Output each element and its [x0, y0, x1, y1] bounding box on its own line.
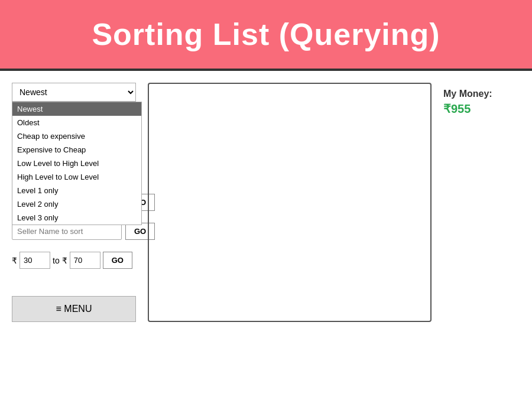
dropdown-option-expensive_to_cheap[interactable]: Expensive to Cheap	[12, 143, 141, 157]
sort-dropdown-open[interactable]: NewestOldestCheap to expensiveExpensive …	[12, 102, 142, 225]
sort-select[interactable]: NewestOldestCheap to expensiveExpensive …	[12, 83, 136, 102]
dropdown-option-low_to_high[interactable]: Low Level to High Level	[12, 157, 141, 170]
dropdown-option-level3[interactable]: Level 3 only	[12, 211, 141, 225]
page-title: Sorting List (Querying)	[12, 17, 520, 52]
price-to-text: to	[53, 256, 60, 265]
price-to-input[interactable]	[70, 252, 100, 269]
menu-button[interactable]: ≡ MENU	[12, 296, 136, 322]
price-range-filter-row: ₹ to ₹ GO	[12, 252, 136, 269]
my-money-value: ₹955	[443, 102, 471, 116]
seller-name-input[interactable]	[12, 223, 122, 240]
dropdown-option-level1[interactable]: Level 1 only	[12, 184, 141, 197]
price-from-symbol: ₹	[12, 256, 17, 265]
dropdown-option-cheap_to_expensive[interactable]: Cheap to expensive	[12, 129, 141, 143]
price-from-input[interactable]	[20, 252, 50, 269]
left-panel: NewestOldestCheap to expensiveExpensive …	[12, 83, 136, 322]
dropdown-option-level2[interactable]: Level 2 only	[12, 197, 141, 211]
price-go-button[interactable]: GO	[103, 252, 132, 269]
my-money-label: My Money:	[443, 89, 492, 99]
price-to-symbol: ₹	[62, 256, 67, 265]
dropdown-option-oldest[interactable]: Oldest	[12, 116, 141, 129]
page-header: Sorting List (Querying)	[0, 0, 532, 71]
item-list	[148, 83, 432, 322]
right-panel: My Money: ₹955	[443, 83, 520, 322]
seller-name-filter-row: GO	[12, 223, 136, 240]
dropdown-option-newest[interactable]: Newest	[12, 102, 141, 116]
main-content: NewestOldestCheap to expensiveExpensive …	[0, 71, 532, 334]
dropdown-option-high_to_low[interactable]: High Level to Low Level	[12, 170, 141, 184]
sort-select-wrapper: NewestOldestCheap to expensiveExpensive …	[12, 83, 136, 102]
